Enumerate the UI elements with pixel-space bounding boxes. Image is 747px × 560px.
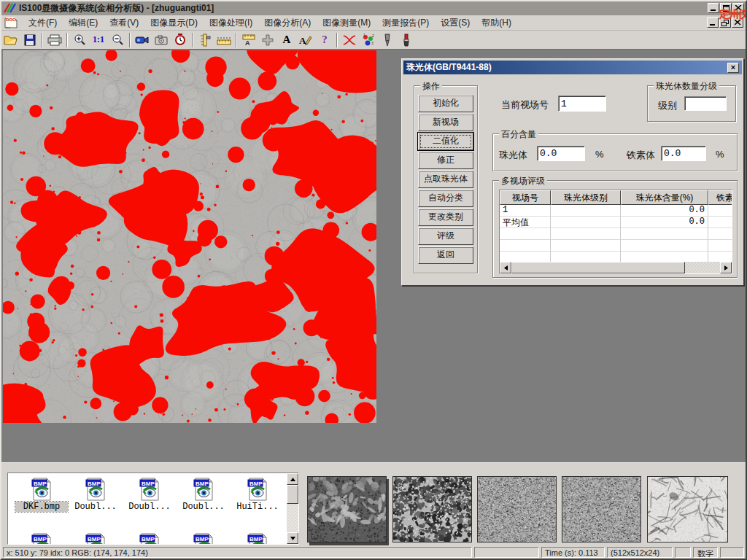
scroll-right-button[interactable] — [720, 262, 732, 273]
dialog-close-button[interactable]: × — [727, 63, 739, 73]
cell: 0.0 — [621, 217, 708, 228]
brush-tool-button[interactable] — [397, 31, 416, 48]
video-capture-button[interactable] — [133, 31, 152, 48]
edit-annotation-button[interactable]: A — [296, 31, 315, 48]
menu-edit[interactable]: 编辑(E) — [63, 15, 104, 31]
cell — [621, 240, 708, 252]
change-class-button[interactable]: 更改类别 — [418, 209, 473, 226]
file-item[interactable]: BMP — [177, 532, 230, 545]
menu-image-analysis[interactable]: 图像分析(A) — [258, 15, 317, 31]
pick-pearlite-button[interactable]: 点取珠光体 — [418, 171, 473, 188]
file-list-scrollbar[interactable] — [287, 473, 298, 544]
file-item[interactable]: BMP — [69, 532, 122, 545]
pen-tool-button[interactable] — [378, 31, 397, 48]
file-item[interactable]: BMP — [123, 532, 176, 545]
file-name[interactable]: Doubl... — [177, 502, 230, 512]
multifield-group: 多视场评级 视场号 珠光体级别 珠光体含量(%) 铁素体含量(%) 1 0.0 … — [492, 180, 738, 278]
print-button[interactable] — [45, 31, 64, 48]
status-panel-empty — [474, 547, 539, 558]
minimize-button[interactable] — [708, 3, 719, 13]
svg-text:BMP: BMP — [142, 536, 155, 542]
scroll-down-button[interactable] — [287, 532, 298, 544]
menu-view[interactable]: 查看(V) — [104, 15, 144, 31]
curve-tool-button[interactable] — [340, 31, 359, 48]
menu-image-measure[interactable]: 图像测量(M) — [317, 15, 376, 31]
file-list-panel[interactable]: BMP DKF.bmp BMP Doubl... BMP Doubl... BM… — [7, 472, 299, 545]
grid-button[interactable] — [258, 31, 277, 48]
current-field-input[interactable] — [558, 96, 606, 112]
text-annotation-button[interactable]: A — [277, 31, 296, 48]
menu-settings[interactable]: 设置(S) — [435, 15, 476, 31]
pearlite-percent-input[interactable] — [537, 146, 585, 161]
col-pearlite-grade[interactable]: 珠光体级别 — [551, 190, 621, 205]
file-item[interactable]: BMP Doubl... — [177, 476, 230, 512]
file-item[interactable]: BMP Doubl... — [69, 476, 122, 512]
file-name[interactable]: DKF.bmp — [15, 502, 68, 512]
scroll-left-button[interactable] — [500, 262, 511, 273]
rating-table[interactable]: 视场号 珠光体级别 珠光体含量(%) 铁素体含量(%) 1 0.0 平均值 0.… — [499, 190, 732, 274]
col-ferrite-content[interactable]: 铁素体含量(%) — [708, 190, 732, 205]
col-field-no[interactable]: 视场号 — [500, 190, 551, 205]
dialog-title-bar[interactable]: 珠光体(GB/T9441-88) × — [403, 61, 742, 74]
grade-button[interactable]: 评级 — [418, 228, 473, 245]
thumbnail-2[interactable] — [392, 476, 472, 542]
open-file-button[interactable] — [1, 31, 20, 48]
mdi-minimize-button[interactable] — [707, 18, 719, 28]
table-row[interactable] — [500, 240, 732, 252]
save-button[interactable] — [20, 31, 39, 48]
scroll-up-button[interactable] — [287, 473, 298, 485]
zoom-actual-button[interactable]: 1:1 — [89, 31, 108, 48]
ferrite-percent-input[interactable] — [661, 146, 706, 161]
toolbar-separator — [336, 33, 338, 47]
phase-mark-button[interactable]: 123 — [359, 31, 378, 48]
table-row[interactable]: 平均值 0.0 — [500, 217, 732, 228]
menu-file[interactable]: 文件(F) — [23, 15, 63, 31]
correct-button[interactable]: 修正 — [418, 152, 473, 169]
thumbnail-4[interactable] — [562, 476, 641, 542]
table-row[interactable] — [500, 228, 732, 240]
thumbnail-3[interactable] — [477, 476, 557, 542]
file-item[interactable]: BMP — [231, 532, 284, 545]
cell: 1 — [500, 205, 551, 217]
zoom-in-button[interactable] — [70, 31, 89, 48]
scroll-track[interactable] — [685, 262, 720, 273]
thumbnail-5[interactable] — [647, 476, 728, 542]
new-field-button[interactable]: 新视场 — [418, 114, 473, 131]
table-row[interactable]: 1 0.0 — [500, 205, 732, 217]
grade-input[interactable] — [684, 96, 727, 111]
ruler-measure-button[interactable] — [214, 31, 233, 48]
file-name[interactable]: HuiTi... — [231, 502, 284, 512]
svg-text:BMP: BMP — [249, 536, 263, 542]
file-name[interactable]: Doubl... — [123, 502, 176, 512]
table-horizontal-scrollbar[interactable] — [500, 262, 732, 273]
help-button[interactable]: ? — [315, 31, 334, 48]
file-item[interactable]: BMP DKF.bmp — [15, 476, 68, 512]
menu-image-display[interactable]: 图像显示(D) — [144, 15, 204, 31]
svg-text:BMP: BMP — [88, 536, 101, 542]
binarize-button[interactable]: 二值化 — [418, 133, 473, 150]
bmp-file-icon: BMP — [31, 476, 53, 501]
file-item[interactable]: BMP — [15, 532, 68, 545]
scroll-thumb[interactable] — [511, 262, 685, 273]
app-logo-icon — [3, 3, 16, 14]
zoom-out-button[interactable] — [108, 31, 127, 48]
photo-capture-button[interactable] — [152, 31, 171, 48]
return-button[interactable]: 返回 — [418, 246, 473, 264]
initialize-button[interactable]: 初始化 — [418, 95, 473, 112]
file-item[interactable]: BMP Doubl... — [123, 476, 176, 512]
thumbnail-1[interactable] — [307, 476, 387, 542]
caliper-measure-button[interactable] — [196, 31, 214, 48]
auto-classify-button[interactable]: 自动分类 — [418, 190, 473, 207]
menu-help[interactable]: 帮助(H) — [476, 15, 517, 31]
file-name[interactable]: Doubl... — [69, 502, 122, 512]
timer-button[interactable] — [171, 31, 190, 48]
scroll-thumb[interactable] — [287, 485, 298, 504]
menu-report[interactable]: 测量报告(P) — [376, 15, 435, 31]
toolbar-separator — [42, 33, 43, 47]
specimen-image[interactable] — [3, 50, 376, 423]
calibration-button[interactable]: A — [239, 31, 258, 48]
file-item[interactable]: BMP HuiTi... — [231, 476, 284, 512]
scale-text-icon: A — [242, 34, 255, 46]
col-pearlite-content[interactable]: 珠光体含量(%) — [621, 190, 708, 205]
menu-image-processing[interactable]: 图像处理(I) — [204, 15, 258, 31]
